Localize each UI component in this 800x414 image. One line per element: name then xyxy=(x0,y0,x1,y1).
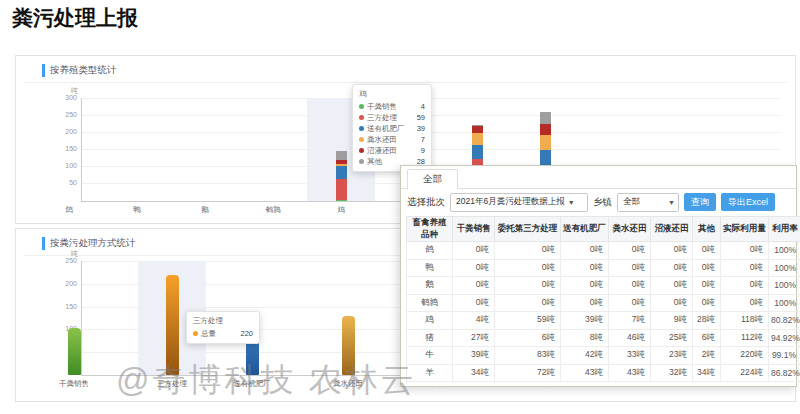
x-axis-label: 鸽 xyxy=(47,205,91,215)
chart1-tooltip: 鸡干粪销售4三方处理59送有机肥厂39粪水还田7沼液还田9其他28 xyxy=(352,84,432,172)
y-axis-tick: 100 xyxy=(53,162,77,169)
bar-segment-粪水还田[interactable] xyxy=(540,135,551,150)
table-cell: 0吨 xyxy=(651,294,693,312)
y-axis-tick: 200 xyxy=(53,280,77,287)
tooltip-value: 4 xyxy=(413,102,425,111)
x-axis-label: 鹅 xyxy=(183,205,227,215)
tooltip-label: 沼液还田 xyxy=(367,146,397,156)
table-cell: 112吨 xyxy=(721,329,769,347)
tab-all[interactable]: 全部 xyxy=(407,169,458,190)
tooltip-row: 总量220 xyxy=(193,328,253,339)
bar-segment-送有机肥厂[interactable] xyxy=(336,166,347,179)
table-cell: 28吨 xyxy=(693,312,721,330)
bar-segment-其他[interactable] xyxy=(472,125,483,126)
x-axis-label: 送有机肥厂 xyxy=(230,379,274,389)
table-cell: 83吨 xyxy=(495,347,561,365)
y-axis-tick: 250 xyxy=(53,111,77,118)
table-cell: 100% xyxy=(769,259,800,277)
bar-segment-其他[interactable] xyxy=(336,151,347,161)
table-cell: 0吨 xyxy=(561,277,609,295)
table-header-cell: 其他 xyxy=(693,217,721,242)
table-cell: 43吨 xyxy=(609,364,651,382)
tooltip-value: 220 xyxy=(232,329,253,338)
batch-select[interactable]: 2021年6月粪污处理数据上报 ▼ xyxy=(450,193,588,212)
table-cell: 32吨 xyxy=(651,364,693,382)
table-cell: 7吨 xyxy=(609,312,651,330)
tooltip-row: 三方处理59 xyxy=(359,112,425,123)
bar-粪水还田[interactable] xyxy=(342,316,355,375)
bar-干粪销售[interactable] xyxy=(68,328,81,375)
table-cell: 0吨 xyxy=(693,259,721,277)
table-cell: 鸭 xyxy=(407,259,453,277)
bar-segment-沼液还田[interactable] xyxy=(472,125,483,133)
bar-segment-粪水还田[interactable] xyxy=(472,133,483,144)
tooltip-row: 粪水还田7 xyxy=(359,134,425,145)
series-color-dot xyxy=(359,115,364,120)
bar-segment-干粪销售[interactable] xyxy=(336,200,347,201)
table-cell: 33吨 xyxy=(609,347,651,365)
export-excel-button[interactable]: 导出Excel xyxy=(721,193,775,211)
bar-segment-其他[interactable] xyxy=(540,112,551,124)
table-cell: 牛 xyxy=(407,347,453,365)
page-title: 粪污处理上报 xyxy=(12,4,138,32)
table-cell: 鹅 xyxy=(407,277,453,295)
table-cell: 0吨 xyxy=(453,277,495,295)
table-cell: 0吨 xyxy=(609,242,651,260)
table-cell: 0吨 xyxy=(453,259,495,277)
table-header-cell: 实际利用量 xyxy=(721,217,769,242)
table-cell: 86.82% xyxy=(769,364,800,382)
bar-segment-送有机肥厂[interactable] xyxy=(472,145,483,159)
x-axis-label: 鹌鹑 xyxy=(251,205,295,215)
bar-segment-送有机肥厂[interactable] xyxy=(540,150,551,165)
table-cell: 4吨 xyxy=(453,312,495,330)
query-button[interactable]: 查询 xyxy=(684,193,716,211)
bar-segment-粪水还田[interactable] xyxy=(336,164,347,166)
tooltip-value: 39 xyxy=(409,124,425,133)
report-table-card: 全部 选择批次 2021年6月粪污处理数据上报 ▼ 乡镇 全部 ▼ 查询 导出E… xyxy=(400,165,797,387)
table-header-cell: 干粪销售 xyxy=(453,217,495,242)
chevron-down-icon: ▼ xyxy=(668,199,675,206)
filter-row: 选择批次 2021年6月粪污处理数据上报 ▼ 乡镇 全部 ▼ 查询 导出Exce… xyxy=(407,190,792,214)
table-cell: 39吨 xyxy=(561,312,609,330)
tooltip-label: 干粪销售 xyxy=(367,102,397,112)
bar-三方处理[interactable] xyxy=(166,275,179,375)
table-cell: 0吨 xyxy=(693,294,721,312)
table-row: 鸡4吨59吨39吨7吨9吨28吨118吨80.82% xyxy=(407,312,800,330)
y-axis-tick: 150 xyxy=(53,145,77,152)
bar-segment-三方处理[interactable] xyxy=(336,179,347,199)
tooltip-value: 7 xyxy=(413,135,425,144)
table-cell: 2吨 xyxy=(693,347,721,365)
series-color-dot xyxy=(359,104,364,109)
town-filter-label: 乡镇 xyxy=(593,196,612,209)
y-axis-line xyxy=(81,98,82,201)
table-cell: 0吨 xyxy=(495,277,561,295)
table-cell: 224吨 xyxy=(721,364,769,382)
table-cell: 猪 xyxy=(407,329,453,347)
tooltip-label: 其他 xyxy=(367,157,382,167)
table-cell: 0吨 xyxy=(495,294,561,312)
tooltip-row: 干粪销售4 xyxy=(359,101,425,112)
tooltip-label: 总量 xyxy=(201,329,216,339)
table-row: 鸽0吨0吨0吨0吨0吨0吨0吨100% xyxy=(407,242,800,260)
table-cell: 0吨 xyxy=(721,277,769,295)
series-color-dot xyxy=(359,126,364,131)
table-cell: 59吨 xyxy=(495,312,561,330)
table-cell: 94.92% xyxy=(769,329,800,347)
table-cell: 99.1% xyxy=(769,347,800,365)
table-cell: 220吨 xyxy=(721,347,769,365)
tooltip-title: 鸡 xyxy=(359,89,425,99)
bar-segment-沼液还田[interactable] xyxy=(540,124,551,135)
table-cell: 6吨 xyxy=(693,329,721,347)
table-cell: 0吨 xyxy=(453,294,495,312)
table-cell: 0吨 xyxy=(495,259,561,277)
table-cell: 25吨 xyxy=(651,329,693,347)
bar-segment-沼液还田[interactable] xyxy=(336,160,347,163)
town-select[interactable]: 全部 ▼ xyxy=(617,193,679,212)
tooltip-title: 三方处理 xyxy=(193,316,253,326)
report-table: 畜禽养殖品种干粪销售委托第三方处理送有机肥厂粪水还田沼液还田其他实际利用量利用率… xyxy=(406,216,800,382)
table-cell: 鸽 xyxy=(407,242,453,260)
y-axis-unit: 吨 xyxy=(71,86,78,96)
x-axis-label: 三方处理 xyxy=(150,379,194,389)
tooltip-value: 59 xyxy=(409,113,425,122)
table-cell: 72吨 xyxy=(495,364,561,382)
